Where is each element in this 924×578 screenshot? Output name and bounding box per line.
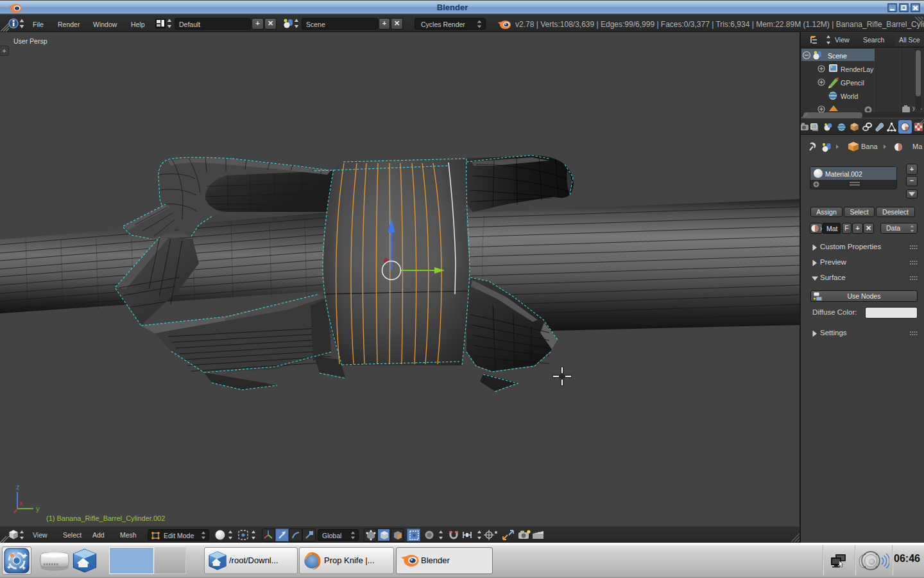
svg-text:x: x (19, 499, 23, 507)
svg-text:y: y (36, 505, 40, 512)
svg-text:z: z (16, 483, 20, 491)
